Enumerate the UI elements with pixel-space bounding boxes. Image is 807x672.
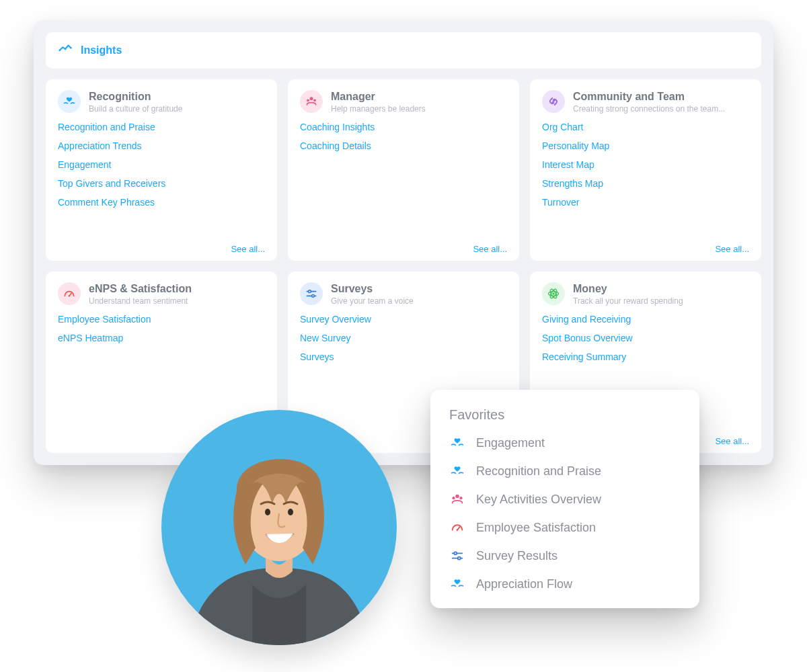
favorite-label: Key Activities Overview [476, 493, 601, 507]
link-surveys-2[interactable]: Surveys [300, 351, 507, 362]
link-icon [542, 90, 565, 113]
insights-header: Insights [46, 32, 761, 69]
favorite-item[interactable]: Engagement [449, 435, 681, 451]
favorite-item[interactable]: Appreciation Flow [449, 576, 681, 592]
link-manager-0[interactable]: Coaching Insights [300, 122, 507, 132]
favorite-label: Employee Satisfaction [476, 521, 596, 535]
card-header: eNPS & SatisfactionUnderstand team senti… [58, 282, 265, 306]
card-title: Recognition [89, 90, 182, 103]
card-subtitle: Understand team sentiment [89, 296, 192, 306]
favorite-item[interactable]: Key Activities Overview [449, 491, 681, 507]
card-header: MoneyTrack all your reward spending [542, 282, 749, 306]
card-header: ManagerHelp managers be leaders [300, 90, 507, 114]
favorites-title: Favorites [449, 407, 681, 423]
card-title: Community and Team [573, 90, 725, 103]
gauge-icon [58, 282, 81, 305]
link-manager-1[interactable]: Coaching Details [300, 140, 507, 151]
favorite-label: Engagement [476, 436, 545, 450]
card-header: Community and TeamCreating strong connec… [542, 90, 749, 114]
card-manager: ManagerHelp managers be leadersCoaching … [288, 79, 519, 261]
page-title: Insights [81, 44, 122, 56]
hands-heart-icon [58, 90, 81, 113]
card-header: RecognitionBuild a culture of gratitude [58, 90, 265, 114]
card-links: Recognition and PraiseAppreciation Trend… [58, 122, 265, 208]
avatar [161, 410, 397, 645]
link-money-1[interactable]: Spot Bonus Overview [542, 333, 749, 343]
card-links: Survey OverviewNew SurveySurveys [300, 314, 507, 362]
link-community-1[interactable]: Personality Map [542, 140, 749, 151]
hands-heart-icon [449, 435, 465, 451]
hands-heart-icon [449, 576, 465, 592]
team-icon [449, 491, 465, 507]
hands-heart-icon [449, 463, 465, 479]
chart-icon [58, 42, 73, 59]
card-subtitle: Help managers be leaders [331, 104, 426, 114]
card-recognition: RecognitionBuild a culture of gratitudeR… [46, 79, 277, 261]
favorites-list: EngagementRecognition and PraiseKey Acti… [449, 435, 681, 592]
see-all-link[interactable]: See all... [300, 237, 507, 254]
link-enps-1[interactable]: eNPS Heatmap [58, 333, 265, 343]
card-links: Org ChartPersonality MapInterest MapStre… [542, 122, 749, 208]
card-title: Money [573, 282, 683, 295]
sliders-icon [449, 548, 465, 564]
favorite-item[interactable]: Employee Satisfaction [449, 519, 681, 536]
link-community-0[interactable]: Org Chart [542, 122, 749, 132]
card-header: SurveysGive your team a voice [300, 282, 507, 306]
see-all-link[interactable]: See all... [542, 237, 749, 254]
card-links: Coaching InsightsCoaching Details [300, 122, 507, 151]
card-links: Giving and ReceivingSpot Bonus OverviewR… [542, 314, 749, 362]
card-subtitle: Give your team a voice [331, 296, 414, 306]
favorites-popover: Favorites EngagementRecognition and Prai… [430, 390, 699, 608]
card-subtitle: Track all your reward spending [573, 296, 683, 306]
link-community-4[interactable]: Turnover [542, 197, 749, 208]
link-recognition-3[interactable]: Top Givers and Receivers [58, 178, 265, 189]
svg-point-18 [288, 509, 293, 515]
sliders-icon [300, 282, 323, 305]
person-illustration [161, 410, 397, 645]
see-all-link[interactable]: See all... [58, 237, 265, 254]
card-links: Employee SatisfactioneNPS Heatmap [58, 314, 265, 343]
link-community-2[interactable]: Interest Map [542, 159, 749, 170]
link-recognition-2[interactable]: Engagement [58, 159, 265, 170]
card-subtitle: Build a culture of gratitude [89, 104, 182, 114]
atom-icon [542, 282, 565, 305]
card-title: Surveys [331, 282, 414, 295]
card-community: Community and TeamCreating strong connec… [530, 79, 761, 261]
favorite-label: Survey Results [476, 549, 558, 563]
favorite-item[interactable]: Survey Results [449, 548, 681, 564]
card-title: Manager [331, 90, 426, 103]
favorite-label: Recognition and Praise [476, 464, 601, 478]
link-surveys-1[interactable]: New Survey [300, 333, 507, 343]
favorite-item[interactable]: Recognition and Praise [449, 463, 681, 479]
link-surveys-0[interactable]: Survey Overview [300, 314, 507, 325]
favorite-label: Appreciation Flow [476, 577, 572, 591]
link-recognition-4[interactable]: Comment Key Phrases [58, 197, 265, 208]
card-subtitle: Creating strong connections on the team.… [573, 104, 725, 114]
gauge-icon [449, 519, 465, 536]
team-icon [300, 90, 323, 113]
link-community-3[interactable]: Strengths Map [542, 178, 749, 189]
svg-point-17 [265, 509, 270, 515]
card-title: eNPS & Satisfaction [89, 282, 192, 295]
link-recognition-0[interactable]: Recognition and Praise [58, 122, 265, 132]
link-money-2[interactable]: Receiving Summary [542, 351, 749, 362]
link-enps-0[interactable]: Employee Satisfaction [58, 314, 265, 325]
link-money-0[interactable]: Giving and Receiving [542, 314, 749, 325]
link-recognition-1[interactable]: Appreciation Trends [58, 140, 265, 151]
